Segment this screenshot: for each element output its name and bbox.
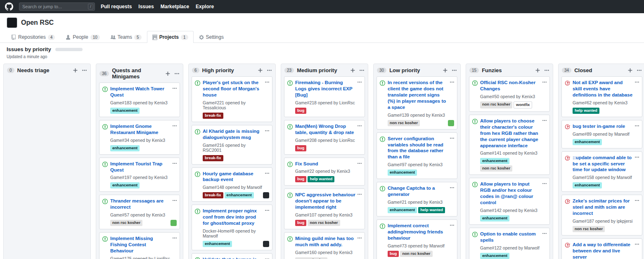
card-menu-button[interactable] xyxy=(635,198,639,203)
card-title-link[interactable]: Player's get stuck on the second floor o… xyxy=(203,80,263,98)
card-title-link[interactable]: ::update command able to be set a specif… xyxy=(573,155,633,173)
top-nav-explore[interactable]: Explore xyxy=(196,4,214,9)
card-title-link[interactable]: NPC aggressive behaviour doesn't appear … xyxy=(295,192,355,210)
label-enhancement[interactable]: enhancement xyxy=(110,145,140,151)
card-menu-button[interactable] xyxy=(357,161,362,166)
card-menu-button[interactable] xyxy=(542,118,547,123)
label-non-rsc-kosher[interactable]: non rsc kosher xyxy=(110,220,142,226)
assignee-avatar[interactable] xyxy=(170,220,177,226)
card[interactable]: Official RSC non-Kosher ChangesGame#50 o… xyxy=(469,76,550,112)
card-menu-button[interactable] xyxy=(265,171,270,176)
card-menu-button[interactable] xyxy=(172,235,177,240)
label-bug[interactable]: bug xyxy=(388,251,399,257)
card-menu-button[interactable] xyxy=(450,223,455,228)
label-non-rsc-kosher[interactable]: non rsc kosher xyxy=(308,220,340,226)
card[interactable]: Allow players to input RGB and/or hex co… xyxy=(469,178,550,225)
tab-projects[interactable]: Projects1 xyxy=(147,31,194,43)
card-menu-button[interactable] xyxy=(542,80,547,85)
card-title-link[interactable]: Option to enable custom spells xyxy=(480,231,540,243)
tab-settings[interactable]: Settings xyxy=(194,31,229,43)
card-menu-button[interactable] xyxy=(172,161,177,166)
label-non-rsc-kosher[interactable]: non rsc kosher xyxy=(388,120,420,126)
label-enhancement[interactable]: enhancement xyxy=(480,253,509,259)
card-title-link[interactable]: Hourly game database backup event xyxy=(203,171,263,183)
card[interactable]: Implement proper nginx conf from dev int… xyxy=(192,205,272,250)
label-enhancement[interactable]: enhancement xyxy=(480,158,509,164)
add-card-button[interactable] xyxy=(258,68,263,73)
org-name[interactable]: Open RSC xyxy=(21,19,54,26)
card[interactable]: Server configuration variables should be… xyxy=(376,132,457,179)
card[interactable]: Man(Men) Wrong Drop table, quantity & dr… xyxy=(284,120,365,155)
card[interactable]: Zeke's scimitar prices for steel and mit… xyxy=(561,195,642,235)
card[interactable]: Firemaking - Burning Logs gives incorrec… xyxy=(284,76,365,117)
card-title-link[interactable]: bug tester in-game role xyxy=(573,123,630,130)
label-non-rsc-kosher[interactable]: non rsc kosher xyxy=(480,101,512,108)
tab-repositories[interactable]: Repositories4 xyxy=(6,31,60,43)
column-menu-button[interactable] xyxy=(544,68,549,73)
card-title-link[interactable]: Thrander messages are incorrect xyxy=(110,198,170,210)
label-help-wanted[interactable]: help wanted xyxy=(308,176,334,182)
card-title-link[interactable]: Fix Sound xyxy=(295,161,350,167)
label-help-wanted[interactable]: help wanted xyxy=(418,207,445,213)
card[interactable]: Implement correct adding/removing friend… xyxy=(376,219,457,259)
label-enhancement[interactable]: enhancement xyxy=(573,182,602,188)
card-title-link[interactable]: Implement Watch Tower Quest xyxy=(110,86,170,98)
card-title-link[interactable]: Add a way to differentiate between dev a… xyxy=(573,242,633,259)
label-enhancement[interactable]: enhancement xyxy=(110,182,140,188)
label-non-rsc-kosher[interactable]: non rsc kosher xyxy=(295,257,327,259)
add-card-button[interactable] xyxy=(443,68,448,73)
card-menu-button[interactable] xyxy=(450,80,455,85)
column-menu-button[interactable] xyxy=(637,68,642,73)
github-logo-icon[interactable] xyxy=(5,2,13,11)
card[interactable]: NPC aggressive behaviour doesn't appear … xyxy=(284,188,365,229)
card-menu-button[interactable] xyxy=(357,192,362,197)
card-title-link[interactable]: Firemaking - Burning Logs gives incorrec… xyxy=(295,80,355,98)
label-enhancement[interactable]: enhancement xyxy=(480,215,509,221)
card[interactable]: Al Kharid gate is missing dialogue/syste… xyxy=(192,125,272,165)
card-title-link[interactable]: Implement Missing Fishing Contest Behavi… xyxy=(110,235,170,254)
card-menu-button[interactable] xyxy=(265,128,270,133)
card[interactable]: Implement Tourist Trap QuestGame#197 ope… xyxy=(99,158,180,192)
add-card-button[interactable] xyxy=(350,68,355,73)
card[interactable]: Not all EXP award and skill events have … xyxy=(561,76,642,117)
column-menu-button[interactable] xyxy=(359,68,365,73)
card-menu-button[interactable] xyxy=(635,123,639,128)
card[interactable]: Validate that a human is creating charac… xyxy=(192,253,272,259)
card[interactable]: Mining guild mine has too much mith and … xyxy=(284,232,365,259)
org-avatar[interactable] xyxy=(7,17,17,28)
card-menu-button[interactable] xyxy=(357,235,362,240)
column-menu-button[interactable] xyxy=(82,68,87,73)
assignee-avatar[interactable] xyxy=(448,120,454,126)
assignee-avatar[interactable] xyxy=(263,192,269,198)
label-bug[interactable]: bug xyxy=(295,176,306,182)
label-bug[interactable]: bug xyxy=(295,145,306,151)
column-menu-button[interactable] xyxy=(174,71,180,76)
card-menu-button[interactable] xyxy=(450,185,455,190)
label-non-rsc-kosher[interactable]: non rsc kosher xyxy=(400,251,432,257)
card-menu-button[interactable] xyxy=(635,242,639,247)
card-menu-button[interactable] xyxy=(172,198,177,203)
card-title-link[interactable]: Implement correct adding/removing friend… xyxy=(388,223,448,241)
card[interactable]: Add a way to differentiate between dev a… xyxy=(561,238,642,259)
card-title-link[interactable]: Server configuration variables should be… xyxy=(388,136,448,160)
tab-people[interactable]: People10 xyxy=(60,31,105,43)
card-title-link[interactable]: Implement Tourist Trap Quest xyxy=(110,161,170,173)
card-title-link[interactable]: Not all EXP award and skill events have … xyxy=(573,80,633,98)
label-enhancement[interactable]: enhancement xyxy=(110,108,140,114)
card[interactable]: Allow players to choose their character'… xyxy=(469,115,550,175)
card[interactable]: Option to enable custom spellsGame#122 o… xyxy=(469,228,550,259)
card[interactable]: Thrander messages are incorrectGame#57 o… xyxy=(99,195,180,229)
add-card-button[interactable] xyxy=(73,68,78,73)
card-menu-button[interactable] xyxy=(265,257,270,259)
label-non-rsc-kosher[interactable]: non rsc kosher xyxy=(573,226,605,232)
card-menu-button[interactable] xyxy=(265,208,270,213)
add-card-button[interactable] xyxy=(165,71,170,76)
card[interactable]: Implement Missing Fishing Contest Behavi… xyxy=(99,232,180,259)
card-menu-button[interactable] xyxy=(172,123,177,128)
search-input[interactable] xyxy=(19,2,95,11)
card[interactable]: Fix SoundGame#22 opened by Kenix3bughelp… xyxy=(284,158,365,186)
card[interactable]: In recent versions of the client the gam… xyxy=(376,76,457,130)
label-wontfix[interactable]: wontfix xyxy=(514,101,532,108)
add-card-button[interactable] xyxy=(627,68,633,73)
card[interactable]: bug tester in-game roleGame#89 opened by… xyxy=(561,120,642,148)
